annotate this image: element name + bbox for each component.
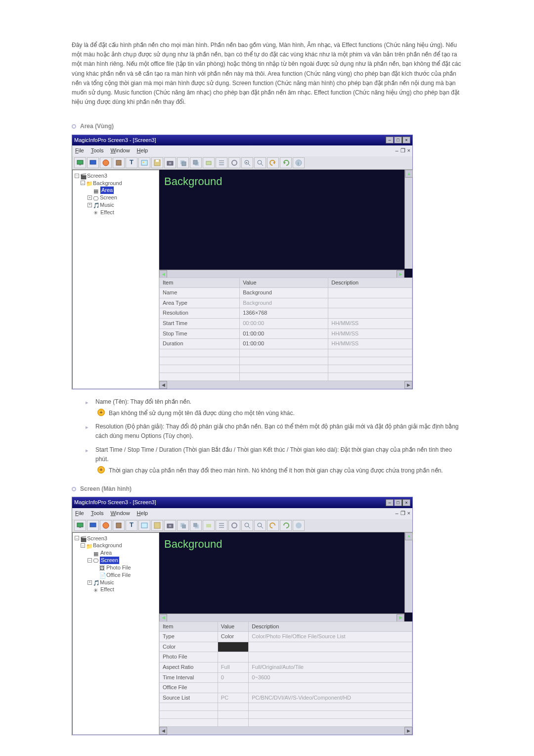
tool-undo-icon[interactable] [267, 157, 279, 168]
tree-node-effect[interactable]: ✳Effect [74, 586, 158, 593]
folder-icon: 📁 [86, 543, 92, 549]
tree-node-background[interactable]: –📁Background [74, 180, 158, 187]
minimize-button[interactable]: – [386, 499, 394, 506]
tool-info-icon[interactable] [293, 520, 305, 531]
tool-text-icon[interactable]: T [126, 157, 137, 168]
svg-point-46 [232, 523, 237, 528]
table-row[interactable]: Stop Time01:00:00HH/MM/SS [160, 329, 412, 339]
table-row[interactable]: Photo File [160, 652, 412, 662]
props-scrollbar[interactable]: ◀▶ [159, 727, 412, 735]
table-row[interactable]: Resolution1366×768 [160, 308, 412, 319]
table-row[interactable]: NameBackground [160, 288, 412, 298]
mdi-close-icon[interactable]: × [407, 146, 410, 155]
menu-window[interactable]: Window [110, 146, 130, 155]
tool-globe-icon[interactable] [100, 157, 112, 168]
tree-node-photofile[interactable]: 🖼Photo File [74, 564, 158, 571]
arrow-icon: ▸ [86, 398, 90, 418]
maximize-button[interactable]: □ [394, 137, 402, 143]
menu-help[interactable]: Help [137, 509, 148, 518]
tool-layer-icon[interactable] [203, 157, 215, 168]
minimize-button[interactable]: – [386, 137, 394, 143]
mdi-min-icon[interactable]: – [395, 146, 398, 155]
menu-window[interactable]: Window [110, 509, 130, 518]
table-row[interactable]: Area TypeBackground [160, 298, 412, 308]
tool-send-back-icon[interactable] [177, 157, 189, 168]
tree-node-music[interactable]: +🎵Music [74, 201, 158, 209]
menu-file[interactable]: FFileile [75, 146, 84, 155]
table-row[interactable]: Time Interval00~3600 [160, 672, 412, 683]
menu-help[interactable]: Help [137, 146, 148, 155]
menu-tools[interactable]: Tools [91, 509, 104, 518]
tool-puzzle-icon[interactable] [113, 520, 125, 531]
tool-bring-front-icon[interactable] [190, 157, 202, 168]
tool-gear-icon[interactable] [228, 157, 240, 168]
col-value: Value [240, 278, 328, 288]
tool-layer-icon[interactable] [203, 520, 215, 531]
tree-node-screen[interactable]: –🖵Screen [74, 557, 158, 564]
tool-camera-icon[interactable] [164, 157, 176, 168]
menu-tools[interactable]: Tools [91, 146, 104, 155]
area-icon: ▦ [93, 188, 99, 193]
tool-zoom-out-icon[interactable] [254, 157, 266, 168]
tool-camera-icon[interactable] [164, 520, 176, 531]
tool-monitor-icon[interactable] [74, 520, 86, 531]
tree-node-area[interactable]: ▦Area [74, 549, 158, 557]
tool-zoom-in-icon[interactable] [241, 520, 253, 531]
tool-redo-icon[interactable] [280, 520, 292, 531]
tool-globe-icon[interactable] [100, 520, 112, 531]
maximize-button[interactable]: □ [394, 499, 402, 506]
svg-point-51 [296, 522, 302, 528]
tool-list-icon[interactable] [216, 520, 227, 531]
scrollbar-v[interactable]: ▲ [404, 532, 412, 613]
tree-node-screen3[interactable]: –🎬Screen3 [74, 535, 158, 542]
menu-file[interactable]: File [75, 509, 84, 518]
table-row[interactable]: Color [160, 642, 412, 652]
tool-image-icon[interactable] [138, 520, 150, 531]
tree-node-music[interactable]: +🎵Music [74, 579, 158, 586]
tool-info-icon[interactable]: i [293, 157, 305, 168]
window-title: MagicInfoPro Screen3 - [Screen3] [74, 136, 156, 145]
tool-redo-icon[interactable] [280, 157, 292, 168]
tool-send-back-icon[interactable] [177, 520, 189, 531]
tool-undo-icon[interactable] [267, 520, 279, 531]
folder-icon: 📁 [86, 180, 92, 186]
tree-node-effect[interactable]: ✳Effect [74, 209, 158, 216]
mdi-restore-icon[interactable]: ❐ [400, 509, 405, 518]
mdi-close-icon[interactable]: × [407, 509, 410, 518]
tree-node-screen3[interactable]: –🎬Screen3 [74, 172, 158, 180]
tool-screen2-icon[interactable] [87, 520, 99, 531]
table-row[interactable]: Aspect RatioFullFull/Original/Auto/Tile [160, 662, 412, 672]
tool-zoom-out-icon[interactable] [254, 520, 266, 531]
table-row[interactable]: Start Time00:00:00HH/MM/SS [160, 319, 412, 329]
table-row[interactable]: Source ListPCPC/BNC/DVI/AV/S-Video/Compo… [160, 693, 412, 703]
mdi-restore-icon[interactable]: ❐ [400, 146, 405, 155]
tool-image-icon[interactable] [138, 157, 150, 168]
mdi-min-icon[interactable]: – [395, 509, 398, 518]
note-name: ▸ Name (Tên): Thay đổi tên phần nền. + B… [86, 397, 462, 418]
table-row[interactable]: TypeColorColor/Photo File/Office File/So… [160, 632, 412, 642]
scrollbar-h[interactable]: ◀▶ [159, 614, 404, 621]
tool-monitor-icon[interactable] [74, 157, 86, 168]
scrollbar-h[interactable]: ◀▶ [159, 270, 404, 278]
close-button[interactable]: × [402, 137, 410, 143]
tool-screen2-icon[interactable] [87, 157, 99, 168]
table-row[interactable]: Office File [160, 683, 412, 693]
tool-puzzle-icon[interactable] [113, 157, 125, 168]
tool-gear-icon[interactable] [228, 520, 240, 531]
props-scrollbar[interactable]: ◀▶ [159, 381, 412, 389]
tool-save-icon[interactable] [151, 520, 163, 531]
tool-list-icon[interactable] [216, 157, 227, 168]
tree-node-officefile[interactable]: 📄Office File [74, 571, 158, 579]
close-button[interactable]: × [402, 499, 410, 506]
tool-bring-front-icon[interactable] [190, 520, 202, 531]
tool-text-icon[interactable]: T [126, 520, 137, 531]
tree-node-screen[interactable]: +🖵Screen [74, 194, 158, 201]
tool-save-icon[interactable] [151, 157, 163, 168]
tree-node-background[interactable]: –📁Background [74, 542, 158, 549]
table-row[interactable]: Duration01:00:00HH/MM/SS [160, 339, 412, 349]
svg-line-48 [248, 526, 250, 528]
doc-icon: 📄 [99, 572, 105, 578]
tool-zoom-in-icon[interactable]: + [241, 157, 253, 168]
scrollbar-v[interactable]: ▲ [404, 170, 412, 269]
tree-node-area[interactable]: ▦Area [74, 187, 158, 194]
